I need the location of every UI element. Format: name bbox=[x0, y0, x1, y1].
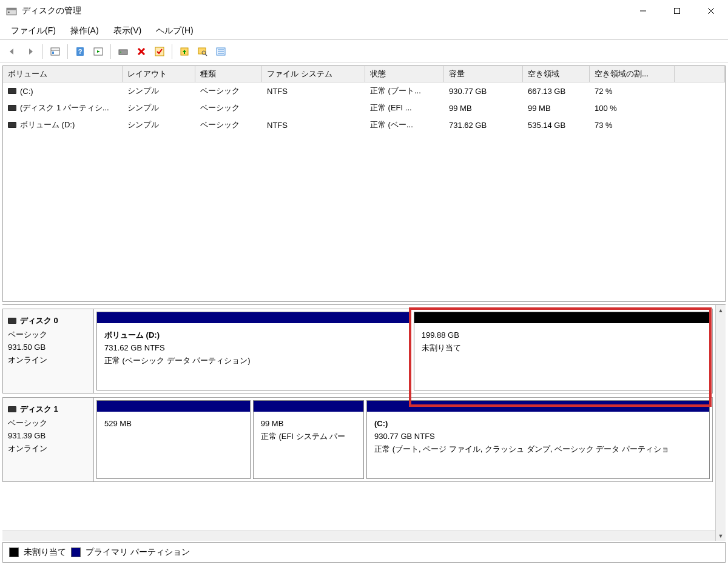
disk-row: ディスク 0ベーシック931.50 GBオンラインボリューム (D:)731.6… bbox=[2, 309, 713, 393]
col-free[interactable]: 空き領域 bbox=[523, 66, 590, 82]
col-status[interactable]: 状態 bbox=[365, 66, 444, 82]
disk-label[interactable]: ディスク 0ベーシック931.50 GBオンライン bbox=[3, 309, 94, 393]
partition-info: 199.88 GB未割り当て bbox=[414, 323, 709, 390]
action-button[interactable] bbox=[90, 43, 107, 60]
menu-view[interactable]: 表示(V) bbox=[106, 22, 149, 39]
disk-map-area: ディスク 0ベーシック931.50 GBオンラインボリューム (D:)731.6… bbox=[2, 304, 726, 541]
volume-cell-type: ベーシック bbox=[195, 101, 262, 115]
partition-primary[interactable]: (C:)930.77 GB NTFS正常 (ブート, ページ ファイル, クラッ… bbox=[366, 400, 710, 479]
legend: 未割り当て プライマリ パーティション bbox=[2, 542, 726, 563]
volume-list[interactable]: ボリューム レイアウト 種類 ファイル システム 状態 容量 空き領域 空き領域… bbox=[2, 65, 726, 302]
partition-header bbox=[254, 401, 363, 412]
volume-cell-status: 正常 (ブート... bbox=[365, 84, 444, 98]
toolbar: ? bbox=[0, 40, 728, 63]
partition-info: 529 MB bbox=[97, 412, 250, 478]
volume-icon bbox=[8, 88, 16, 94]
toolbar-separator bbox=[172, 44, 172, 59]
check-button[interactable] bbox=[151, 43, 168, 60]
up-arrow-button[interactable] bbox=[176, 43, 193, 60]
horizontal-scrollbar[interactable] bbox=[2, 531, 715, 541]
menu-help[interactable]: ヘルプ(H) bbox=[149, 22, 200, 39]
col-type[interactable]: 種類 bbox=[195, 66, 262, 82]
partition-primary[interactable]: 529 MB bbox=[96, 400, 251, 479]
partition-header bbox=[414, 312, 709, 323]
volume-cell-free: 535.14 GB bbox=[523, 118, 590, 132]
back-button[interactable] bbox=[4, 43, 21, 60]
list-button[interactable] bbox=[212, 43, 229, 60]
volume-cell-capacity: 99 MB bbox=[444, 101, 523, 115]
volume-row[interactable]: ボリューム (D:)シンプルベーシックNTFS正常 (ベー...731.62 G… bbox=[3, 116, 725, 133]
partition-primary[interactable]: ボリューム (D:)731.62 GB NTFS正常 (ベーシック データ パー… bbox=[96, 312, 411, 390]
col-spacer bbox=[675, 66, 725, 82]
volume-icon bbox=[8, 122, 16, 128]
partition-unallocated[interactable]: 199.88 GB未割り当て bbox=[414, 312, 710, 390]
volume-cell-free: 99 MB bbox=[523, 101, 590, 115]
volume-cell-layout: シンプル bbox=[123, 84, 195, 98]
legend-label-unallocated: 未割り当て bbox=[24, 547, 66, 558]
scroll-up-icon[interactable]: ▲ bbox=[716, 305, 726, 315]
volume-cell-pct: 100 % bbox=[590, 101, 675, 115]
volume-icon bbox=[8, 105, 16, 111]
volume-row[interactable]: (C:)シンプルベーシックNTFS正常 (ブート...930.77 GB667.… bbox=[3, 82, 725, 99]
volume-cell-name: (C:) bbox=[3, 84, 123, 98]
partition-primary[interactable]: 99 MB正常 (EFI システム パー bbox=[253, 400, 364, 479]
legend-label-primary: プライマリ パーティション bbox=[86, 547, 190, 558]
svg-rect-4 bbox=[675, 8, 680, 14]
svg-rect-1 bbox=[7, 8, 16, 10]
svg-text:?: ? bbox=[78, 48, 83, 55]
partition-header bbox=[367, 401, 709, 412]
volume-cell-pct: 73 % bbox=[590, 118, 675, 132]
scroll-down-icon[interactable]: ▼ bbox=[716, 531, 726, 541]
toolbar-separator bbox=[67, 44, 68, 59]
col-capacity[interactable]: 容量 bbox=[444, 66, 523, 82]
disk-icon bbox=[8, 406, 16, 412]
volume-cell-capacity: 930.77 GB bbox=[444, 84, 523, 98]
svg-rect-9 bbox=[52, 52, 54, 54]
volume-cell-layout: シンプル bbox=[123, 101, 195, 115]
col-layout[interactable]: レイアウト bbox=[123, 66, 195, 82]
title-bar: ディスクの管理 bbox=[0, 0, 728, 22]
partition-header bbox=[97, 401, 250, 412]
menu-bar: ファイル(F) 操作(A) 表示(V) ヘルプ(H) bbox=[0, 22, 728, 40]
col-volume[interactable]: ボリューム bbox=[3, 66, 123, 82]
show-hide-button[interactable] bbox=[47, 43, 64, 60]
window-title: ディスクの管理 bbox=[22, 5, 626, 16]
volume-cell-status: 正常 (ベー... bbox=[365, 118, 444, 132]
volume-cell-type: ベーシック bbox=[195, 84, 262, 98]
col-free-pct[interactable]: 空き領域の割... bbox=[590, 66, 675, 82]
volume-cell-fs bbox=[262, 101, 365, 115]
volume-cell-fs: NTFS bbox=[262, 118, 365, 132]
close-button[interactable] bbox=[694, 0, 728, 22]
disk-partition-map: ボリューム (D:)731.62 GB NTFS正常 (ベーシック データ パー… bbox=[94, 309, 712, 393]
disk-partition-map: 529 MB99 MB正常 (EFI システム パー(C:)930.77 GB … bbox=[94, 398, 712, 481]
maximize-button[interactable] bbox=[660, 0, 694, 22]
vertical-scrollbar[interactable]: ▲ ▼ bbox=[715, 305, 726, 541]
toolbar-separator bbox=[110, 44, 111, 59]
volume-list-header: ボリューム レイアウト 種類 ファイル システム 状態 容量 空き領域 空き領域… bbox=[3, 66, 725, 82]
volume-cell-name: (ディスク 1 パーティシ... bbox=[3, 101, 123, 115]
app-icon bbox=[6, 6, 16, 16]
delete-button[interactable] bbox=[133, 43, 150, 60]
disk-label[interactable]: ディスク 1ベーシック931.39 GBオンライン bbox=[3, 398, 94, 481]
minimize-button[interactable] bbox=[626, 0, 660, 22]
volume-cell-free: 667.13 GB bbox=[523, 84, 590, 98]
svg-point-2 bbox=[8, 12, 9, 13]
menu-action[interactable]: 操作(A) bbox=[63, 22, 106, 39]
toolbar-separator bbox=[42, 44, 43, 59]
volume-cell-type: ベーシック bbox=[195, 118, 262, 132]
volume-cell-status: 正常 (EFI ... bbox=[365, 101, 444, 115]
col-filesystem[interactable]: ファイル システム bbox=[262, 66, 365, 82]
disk-icon bbox=[8, 318, 16, 324]
search-button[interactable] bbox=[194, 43, 211, 60]
forward-button[interactable] bbox=[22, 43, 39, 60]
volume-cell-fs: NTFS bbox=[262, 84, 365, 98]
partition-info: ボリューム (D:)731.62 GB NTFS正常 (ベーシック データ パー… bbox=[97, 323, 411, 390]
volume-row[interactable]: (ディスク 1 パーティシ...シンプルベーシック正常 (EFI ...99 M… bbox=[3, 99, 725, 116]
disk-row: ディスク 1ベーシック931.39 GBオンライン529 MB99 MB正常 (… bbox=[2, 397, 713, 482]
volume-cell-capacity: 731.62 GB bbox=[444, 118, 523, 132]
partition-info: 99 MB正常 (EFI システム パー bbox=[254, 412, 363, 478]
disk-button[interactable] bbox=[115, 43, 132, 60]
help-button[interactable]: ? bbox=[72, 43, 89, 60]
menu-file[interactable]: ファイル(F) bbox=[4, 22, 63, 39]
volume-cell-pct: 72 % bbox=[590, 84, 675, 98]
